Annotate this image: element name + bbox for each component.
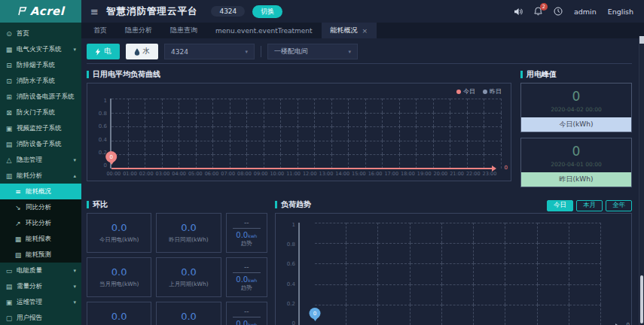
scrollbar-up-button[interactable] — [639, 36, 644, 44]
sidebar-nav: ⊙ 首页 ▦ 电气火灾子系统 ▾ ⊟ 防排烟子系统 ⊡ 消防水子系统 ⊞ 消防设… — [0, 23, 81, 325]
hazard-icon: △ — [5, 156, 13, 164]
section-title-load-trend: 负荷趋势 — [275, 199, 311, 209]
trend-unit: kwh — [248, 233, 257, 238]
x-axis-tick: 06:00 — [205, 171, 219, 177]
language-switch[interactable]: English — [608, 8, 633, 16]
sidebar-item-demand-analysis[interactable]: ▤ 需量分析 ▾ — [0, 278, 81, 294]
electric-toggle-button[interactable]: 电 — [87, 44, 120, 59]
sidebar-item-energy-report[interactable]: ▦ 能耗报表 — [0, 231, 81, 247]
y-axis-tick: 0.8 — [287, 242, 295, 248]
sidebar-item-label: 防排烟子系统 — [17, 61, 55, 70]
divider — [233, 228, 261, 229]
sidebar-item-ops-management[interactable]: ▣ 运维管理 ▾ — [0, 294, 81, 310]
tab-home[interactable]: 首页 — [84, 23, 116, 38]
sidebar-item-equipment-power[interactable]: ⊞ 消防设备电源子系统 — [0, 89, 81, 105]
electric-label: 电 — [104, 47, 111, 56]
period-button-year[interactable]: 全年 — [606, 200, 632, 211]
tab-event-treatment[interactable]: menu.event.eventTreatment — [206, 23, 322, 38]
trend-card-day: -- 0.0kwh 趋势 — [226, 213, 267, 253]
sidebar-item-power-quality[interactable]: ▭ 电能质量 ▾ — [0, 263, 81, 278]
stat-value: 0.0 — [111, 311, 127, 322]
plot-area: 0 0 — [110, 99, 502, 169]
y-axis-tick: 0 — [104, 163, 107, 169]
speaker-icon[interactable] — [514, 8, 523, 16]
peak-timestamp: 2020-04-02 00:00 — [521, 104, 631, 117]
x-axis-tick: 10:00 — [270, 171, 284, 177]
tab-hazard-query[interactable]: 隐患查询 — [161, 23, 206, 38]
scrollbar-thumb[interactable] — [640, 275, 643, 323]
hamburger-menu-icon[interactable]: ≡ — [90, 6, 99, 17]
page-title: 智慧消防管理云平台 — [106, 5, 198, 18]
circuit-select-value: 一楼配电间 — [274, 47, 308, 56]
sidebar-item-label: 消防设备子系统 — [17, 140, 62, 149]
sidebar-item-yoy-analysis[interactable]: ↘ 同比分析 — [0, 199, 81, 215]
bell-icon[interactable]: 2 — [534, 7, 542, 16]
legend-yesterday[interactable]: 昨日 — [483, 87, 502, 96]
sidebar-item-electrical-fire[interactable]: ▦ 电气火灾子系统 ▾ — [0, 41, 81, 57]
stat-card-today-usage: 0.0 今日用电(kWh) — [87, 213, 151, 253]
title-accent-bar — [87, 71, 89, 78]
peak-card-yesterday: 0 2020-04-01 00:00 昨日(kWh) — [520, 138, 632, 187]
trend-value: 0.0 — [236, 231, 248, 239]
trend-dash: -- — [244, 308, 249, 315]
sidebar-item-home[interactable]: ⊙ 首页 — [0, 26, 81, 41]
sidebar-item-fire-door[interactable]: ⊠ 防火门子系统 — [0, 105, 81, 120]
x-axis-tick: 01:00 — [123, 171, 137, 177]
clock-icon[interactable] — [554, 7, 563, 16]
close-icon[interactable]: × — [362, 27, 368, 35]
daily-load-section: 日用电平均负荷曲线 今日 昨日 — [87, 68, 511, 193]
circuit-select[interactable]: 一楼配电间 ▾ — [267, 44, 358, 59]
legend-today[interactable]: 今日 — [456, 87, 475, 96]
section-title-huanbi: 环比 — [87, 199, 267, 209]
x-axis-tick: 21:00 — [450, 171, 464, 177]
x-axis-tick: 03:00 — [156, 171, 170, 177]
axis-end-value: 0 — [505, 165, 508, 171]
equipment-power-icon: ⊞ — [5, 93, 13, 101]
stat-card-yesterday-usage: 0.0 昨日同期(kWh) — [156, 213, 221, 253]
sidebar-item-smoke-control[interactable]: ⊟ 防排烟子系统 — [0, 57, 81, 73]
peak-value: 0 — [521, 84, 631, 104]
switch-project-button[interactable]: 切换 — [252, 5, 282, 18]
sidebar-item-label: 能耗概况 — [26, 187, 51, 196]
acrel-logo-icon — [17, 7, 27, 16]
device-select[interactable]: 4324 ▾ — [164, 44, 255, 59]
stat-value: 0.0 — [111, 222, 127, 233]
sidebar-item-fire-equipment[interactable]: ▤ 消防设备子系统 — [0, 136, 81, 152]
period-button-today[interactable]: 今日 — [547, 200, 573, 211]
topbar: ≡ 智慧消防管理云平台 4324 切换 2 admin English — [81, 0, 644, 23]
smoke-control-icon: ⊟ — [5, 62, 13, 69]
sidebar-item-energy-overview[interactable]: ≡ 能耗概况 — [0, 184, 81, 199]
sidebar-item-hazard-management[interactable]: △ 隐患管理 ▾ — [0, 152, 81, 168]
sidebar-item-user-report[interactable]: ▢ 用户报告 — [0, 310, 81, 325]
sidebar-item-label: 能耗预测 — [26, 251, 51, 260]
x-axis-tick: 00:00 — [106, 171, 121, 177]
data-point-marker: 0 — [310, 308, 321, 319]
period-button-month[interactable]: 本月 — [576, 200, 603, 211]
title-accent-bar — [87, 201, 89, 208]
trend-dash: -- — [244, 263, 249, 271]
trend-value-row: 0.0kwh — [236, 275, 257, 284]
sidebar-item-video-surveillance[interactable]: ▣ 视频监控子系统 — [0, 120, 81, 136]
row-daily: 日用电平均负荷曲线 今日 昨日 — [87, 68, 632, 193]
app-window: Acrel ⊙ 首页 ▦ 电气火灾子系统 ▾ ⊟ 防排烟子系统 ⊡ 消防水子系统… — [0, 0, 644, 325]
x-axis-tick: 19:00 — [417, 171, 432, 177]
y-axis-tick: 0.4 — [99, 138, 107, 143]
page-scrollbar[interactable] — [639, 36, 644, 325]
tab-energy-overview[interactable]: 能耗概况 × — [322, 23, 377, 38]
y-axis-tick: 0 — [292, 321, 295, 325]
sidebar-item-fire-water[interactable]: ⊡ 消防水子系统 — [0, 73, 81, 89]
sidebar-item-energy-analysis[interactable]: ▥ 能耗分析 ▴ — [0, 168, 81, 184]
power-quality-icon: ▭ — [5, 267, 13, 275]
home-icon: ⊙ — [5, 30, 13, 38]
sidebar-item-mom-analysis[interactable]: ↗ 环比分析 — [0, 215, 81, 231]
period-buttons: 今日 本月 全年 — [547, 200, 632, 211]
sidebar-item-energy-forecast[interactable]: ▧ 能耗预测 — [0, 247, 81, 263]
divider — [261, 46, 261, 57]
chevron-down-icon: ▾ — [73, 284, 76, 290]
tab-hazard-analysis[interactable]: 隐患分析 — [116, 23, 161, 38]
x-axis-tick: 08:00 — [237, 171, 252, 177]
trend-unit: kwh — [248, 322, 257, 325]
user-menu[interactable]: admin — [574, 8, 597, 16]
water-toggle-button[interactable]: 水 — [126, 44, 159, 59]
topbar-actions: 2 admin English — [514, 7, 633, 16]
